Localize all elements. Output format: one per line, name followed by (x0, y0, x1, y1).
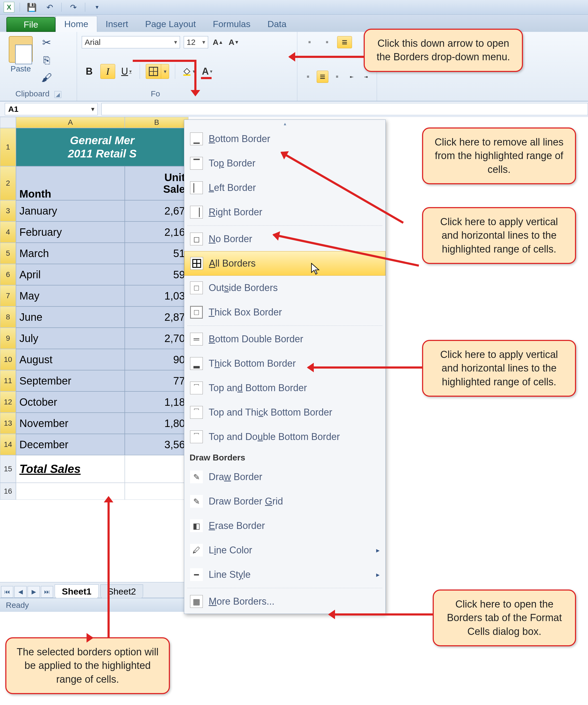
cell-month[interactable]: January (16, 200, 125, 222)
cell-value[interactable]: 51 (125, 243, 189, 264)
font-size-combo[interactable]: 12▾ (184, 36, 208, 48)
sheet-tab-sheet2[interactable]: Sheet2 (100, 584, 143, 598)
menu-outside-borders[interactable]: □ Outside Borders (184, 276, 385, 300)
row-header[interactable]: 5 (0, 243, 16, 264)
tab-data[interactable]: Data (259, 16, 295, 32)
cell-month[interactable]: March (16, 243, 125, 264)
row-header[interactable]: 16 (0, 483, 16, 500)
row-header[interactable]: 14 (0, 434, 16, 455)
tab-page-layout[interactable]: Page Layout (137, 16, 204, 32)
cell-month[interactable]: October (16, 391, 125, 413)
align-top-button[interactable]: ≡ (302, 36, 317, 48)
row-header[interactable]: 2 (0, 166, 16, 200)
undo-button[interactable]: ↶ (43, 2, 56, 12)
row-header[interactable]: 3 (0, 200, 16, 222)
row-header[interactable]: 11 (0, 370, 16, 391)
menu-thick-bottom-border[interactable]: ▂ Thick Bottom Border (184, 351, 385, 376)
cell-value[interactable]: 2,70 (125, 328, 189, 349)
cut-button[interactable]: ✂ (40, 36, 53, 49)
font-color-button[interactable]: A (200, 64, 214, 79)
row-header[interactable]: 12 (0, 391, 16, 413)
tab-home[interactable]: Home (55, 16, 97, 32)
menu-erase-border[interactable]: ◧ Erase Border (184, 514, 385, 538)
menu-line-color[interactable]: 🖊 Line Color ▸ (184, 538, 385, 562)
align-middle-button[interactable]: ≡ (320, 36, 335, 48)
cell[interactable] (125, 483, 189, 500)
copy-button[interactable]: ⎘ (40, 54, 53, 66)
tab-formulas[interactable]: Formulas (204, 16, 259, 32)
row-header[interactable]: 4 (0, 222, 16, 243)
formula-bar[interactable] (101, 103, 588, 115)
cell-month[interactable]: May (16, 285, 125, 307)
title-cell[interactable]: General Mer 2011 Retail S (16, 128, 189, 166)
menu-top-and-double-bottom-border[interactable]: ⎴ Top and Double Bottom Border (184, 425, 385, 449)
cell-value[interactable]: 1,18 (125, 391, 189, 413)
menu-bottom-double-border[interactable]: ═ Bottom Double Border (184, 327, 385, 351)
cell-month[interactable]: August (16, 349, 125, 370)
borders-dropdown-arrow[interactable]: ▾ (161, 64, 169, 79)
header-month[interactable]: Month (16, 166, 125, 200)
menu-top-and-thick-bottom-border[interactable]: ⎴ Top and Thick Bottom Border (184, 400, 385, 425)
cell[interactable] (125, 455, 189, 483)
cell-month[interactable]: November (16, 413, 125, 434)
cell-value[interactable]: 90 (125, 349, 189, 370)
select-all-corner[interactable] (0, 117, 16, 128)
row-header[interactable]: 7 (0, 285, 16, 307)
tab-insert[interactable]: Insert (97, 16, 137, 32)
customize-qat-button[interactable]: ▾ (91, 2, 103, 12)
total-sales-cell[interactable]: Total Sales (16, 455, 125, 483)
cell-month[interactable]: July (16, 328, 125, 349)
header-unit-sales[interactable]: Unit Sale (125, 166, 189, 200)
grow-font-button[interactable]: A▲ (212, 36, 224, 48)
cell-month[interactable]: April (16, 264, 125, 285)
shrink-font-button[interactable]: A▼ (228, 36, 240, 48)
cell-month[interactable]: September (16, 370, 125, 391)
name-box[interactable]: A1▾ (5, 103, 98, 115)
menu-top-and-bottom-border[interactable]: ⎴ Top and Bottom Border (184, 376, 385, 400)
menu-right-border[interactable]: ▕ Right Border (184, 200, 385, 224)
menu-bottom-border[interactable]: ▁ Bottom Border (184, 127, 385, 151)
redo-button[interactable]: ↷ (67, 2, 80, 12)
format-painter-button[interactable]: 🖌 (40, 71, 53, 84)
bold-button[interactable]: B (82, 64, 97, 79)
decrease-indent-button[interactable]: ⇤ (346, 70, 357, 83)
cell-month[interactable]: December (16, 434, 125, 455)
sheet-tab-sheet1[interactable]: Sheet1 (55, 584, 99, 598)
align-right-button[interactable]: ≡ (331, 70, 343, 83)
sheet-nav-next[interactable]: ▶ (28, 586, 40, 598)
menu-draw-border-grid[interactable]: ✎ Draw Border Grid (184, 489, 385, 514)
row-header[interactable]: 15 (0, 455, 16, 483)
row-header[interactable]: 13 (0, 413, 16, 434)
column-header-a[interactable]: A (16, 117, 125, 128)
align-bottom-button[interactable]: ≡ (337, 36, 352, 48)
file-tab[interactable]: File (6, 17, 55, 32)
cell-value[interactable]: 59 (125, 264, 189, 285)
row-header[interactable]: 1 (0, 128, 16, 166)
cell-value[interactable]: 2,16 (125, 222, 189, 243)
menu-all-borders[interactable]: All Borders (184, 251, 385, 276)
row-header[interactable]: 10 (0, 349, 16, 370)
align-center-button[interactable]: ≡ (317, 70, 329, 83)
row-header[interactable]: 9 (0, 328, 16, 349)
borders-split-button[interactable]: ▾ (146, 64, 169, 79)
clipboard-dialog-launcher[interactable]: ◢ (54, 91, 61, 98)
row-header[interactable]: 8 (0, 307, 16, 328)
menu-no-border[interactable]: ◻ No Border (184, 227, 385, 251)
fill-color-button[interactable] (181, 64, 196, 79)
cell-month[interactable]: June (16, 307, 125, 328)
column-header-b[interactable]: B (125, 117, 189, 128)
save-button[interactable]: 💾 (25, 2, 38, 12)
cell-value[interactable]: 2,87 (125, 307, 189, 328)
italic-button[interactable]: I (100, 64, 115, 79)
sheet-nav-last[interactable]: ⏭ (41, 586, 53, 598)
align-left-button[interactable]: ≡ (302, 70, 314, 83)
cell-month[interactable]: February (16, 222, 125, 243)
sheet-nav-prev[interactable]: ◀ (14, 586, 27, 598)
cell-value[interactable]: 77 (125, 370, 189, 391)
paste-button[interactable]: Paste (5, 36, 37, 84)
underline-button[interactable]: U (119, 64, 134, 79)
row-header[interactable]: 6 (0, 264, 16, 285)
menu-more-borders[interactable]: ▦ More Borders... (184, 589, 385, 614)
font-name-combo[interactable]: Arial▾ (82, 36, 180, 48)
sheet-nav-first[interactable]: ⏮ (1, 586, 13, 598)
